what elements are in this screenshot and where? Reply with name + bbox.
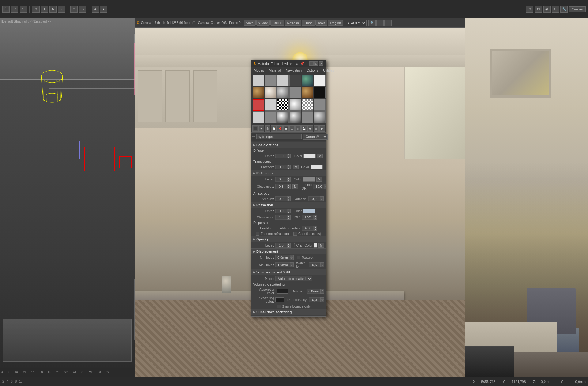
refl-level-up[interactable]: ▲ bbox=[287, 177, 291, 179]
select-btn[interactable]: ⊡ bbox=[32, 6, 40, 13]
clip-checkbox[interactable] bbox=[294, 243, 295, 247]
mat-slot-10[interactable] bbox=[289, 87, 301, 98]
distance-input[interactable] bbox=[307, 289, 320, 294]
region-button[interactable]: Region bbox=[328, 20, 343, 26]
opacity-input[interactable] bbox=[275, 243, 287, 248]
amount-input[interactable] bbox=[275, 196, 287, 201]
rotation-up[interactable]: ▲ bbox=[320, 196, 324, 199]
mat-options-btn[interactable]: ⚙ bbox=[295, 125, 301, 132]
refr-color-swatch[interactable] bbox=[303, 209, 315, 213]
scale-btn[interactable]: ⤢ bbox=[58, 6, 65, 13]
copy-mat-btn[interactable]: 📋 bbox=[271, 125, 277, 132]
max-button[interactable]: > Max bbox=[256, 20, 270, 26]
vol-mode-select[interactable]: Volumetric scattering bbox=[275, 276, 312, 281]
menu-material[interactable]: Material bbox=[266, 68, 283, 73]
texture-checkbox[interactable] bbox=[297, 256, 300, 259]
scattering-color-swatch[interactable] bbox=[275, 297, 284, 302]
toolbar-icon-1[interactable]: ⬛ bbox=[2, 6, 10, 13]
mat-slot-3[interactable] bbox=[277, 75, 289, 86]
distance-up[interactable]: ▲ bbox=[320, 289, 324, 291]
mat-slot-8[interactable] bbox=[265, 87, 277, 98]
render-btn[interactable]: ▶ bbox=[100, 6, 107, 13]
ior-spinner[interactable]: ▲ ▼ bbox=[302, 215, 317, 220]
abbe-input[interactable] bbox=[302, 226, 314, 231]
opacity-color-swatch[interactable] bbox=[314, 243, 317, 248]
fresnel-spinner[interactable]: ▲ ▼ bbox=[313, 184, 326, 189]
directionality-input[interactable] bbox=[309, 297, 320, 302]
close-button[interactable]: ✕ bbox=[319, 61, 323, 66]
directionality-spinner[interactable]: ▲ ▼ bbox=[309, 297, 324, 302]
diffuse-color-swatch[interactable] bbox=[303, 154, 316, 158]
mat-slot-1[interactable] bbox=[253, 75, 264, 86]
fresnel-down[interactable]: ▼ bbox=[325, 187, 326, 189]
mat-slot-4[interactable] bbox=[289, 75, 301, 86]
disp-max-up[interactable]: ▲ bbox=[290, 262, 294, 265]
snap-btn[interactable]: ⊞ bbox=[70, 6, 78, 13]
menu-utilities[interactable]: Utilities bbox=[321, 68, 336, 73]
refl-color-swatch[interactable] bbox=[303, 177, 315, 182]
mat-slot-9[interactable] bbox=[277, 87, 289, 98]
beauty-dropdown[interactable]: BEAUTY bbox=[344, 20, 367, 26]
mat-slot-14[interactable] bbox=[265, 99, 277, 111]
displacement-header[interactable]: Displacement bbox=[251, 249, 326, 254]
mat-tool-extra3[interactable]: ▶ bbox=[319, 125, 325, 132]
basic-options-header[interactable]: Basic options bbox=[251, 142, 326, 148]
top-right-icon-4[interactable]: ⬡ bbox=[552, 6, 559, 13]
mat-slot-20[interactable] bbox=[265, 111, 277, 123]
diffuse-m-btn[interactable]: M bbox=[317, 154, 322, 158]
refr-level-down[interactable]: ▼ bbox=[287, 211, 291, 213]
refl-gloss-up[interactable]: ▲ bbox=[287, 184, 291, 187]
mat-slot-13-selected[interactable] bbox=[253, 99, 264, 111]
opacity-m-btn[interactable]: M bbox=[318, 243, 324, 248]
show-map-btn[interactable]: 🔲 bbox=[283, 125, 289, 132]
toolbar-icon-2[interactable]: ↩ bbox=[11, 6, 18, 13]
put-material-btn[interactable]: ▼ bbox=[258, 125, 264, 132]
abbe-down[interactable]: ▼ bbox=[314, 228, 317, 231]
thin-checkbox[interactable] bbox=[256, 232, 259, 236]
mat-slot-19[interactable] bbox=[253, 111, 264, 123]
refraction-header[interactable]: Refraction bbox=[251, 202, 326, 208]
amount-up[interactable]: ▲ bbox=[287, 196, 291, 199]
mat-slot-7[interactable] bbox=[253, 87, 264, 98]
refl-gloss-spinner[interactable]: ▲ ▼ bbox=[275, 184, 291, 189]
refr-gloss-up[interactable]: ▲ bbox=[287, 215, 291, 217]
directionality-down[interactable]: ▼ bbox=[320, 300, 324, 302]
ctrlc-button[interactable]: Ctrl+C bbox=[270, 20, 284, 26]
mat-slot-5[interactable] bbox=[302, 75, 313, 86]
material-type-select[interactable]: CoronaMtl bbox=[303, 134, 328, 140]
distance-down[interactable]: ▼ bbox=[320, 291, 324, 294]
diffuse-level-input[interactable] bbox=[275, 154, 287, 158]
refl-gloss-m-btn[interactable]: M bbox=[292, 184, 298, 189]
caustics-checkbox[interactable] bbox=[293, 232, 297, 236]
mat-slot-15[interactable] bbox=[277, 99, 289, 111]
paste-mat-btn[interactable]: 📌 bbox=[277, 125, 283, 132]
toolbar-icon-3[interactable]: ↪ bbox=[20, 6, 27, 13]
fraction-input[interactable] bbox=[275, 165, 287, 169]
distance-spinner[interactable]: ▲ ▼ bbox=[307, 289, 324, 294]
disp-min-down[interactable]: ▼ bbox=[290, 258, 294, 260]
diffuse-level-down[interactable]: ▼ bbox=[287, 156, 291, 158]
refl-level-down[interactable]: ▼ bbox=[287, 179, 291, 182]
subsurface-header[interactable]: Subsurface scattering bbox=[251, 309, 326, 315]
mat-slot-18[interactable] bbox=[314, 99, 326, 111]
fresnel-input[interactable] bbox=[313, 184, 325, 189]
move-btn[interactable]: ✛ bbox=[41, 6, 48, 13]
zoom-out-btn[interactable]: - bbox=[384, 20, 392, 26]
refl-m-btn[interactable]: M bbox=[316, 177, 322, 182]
mat-slot-17[interactable] bbox=[302, 99, 313, 111]
translucent-color-swatch[interactable] bbox=[311, 165, 323, 169]
zoom-in-btn[interactable]: + bbox=[376, 20, 384, 26]
diffuse-level-spinner[interactable]: ▲ ▼ bbox=[275, 154, 291, 158]
refr-gloss-spinner[interactable]: ▲ ▼ bbox=[275, 215, 291, 220]
mat-tool-extra[interactable]: ◉ bbox=[307, 125, 313, 132]
fresnel-up[interactable]: ▲ bbox=[325, 184, 326, 187]
refl-gloss-input[interactable] bbox=[275, 184, 287, 189]
menu-modes[interactable]: Modes bbox=[251, 68, 266, 73]
amount-spinner[interactable]: ▲ ▼ bbox=[275, 196, 291, 201]
refr-gloss-input[interactable] bbox=[275, 215, 287, 220]
water-input[interactable] bbox=[309, 262, 320, 267]
refl-level-spinner[interactable]: ▲ ▼ bbox=[275, 177, 291, 182]
mat-slot-24[interactable] bbox=[314, 111, 326, 123]
volumetrics-header[interactable]: Volumetrics and SSS bbox=[251, 269, 326, 275]
renderer-dropdown[interactable]: Corona bbox=[569, 6, 586, 12]
